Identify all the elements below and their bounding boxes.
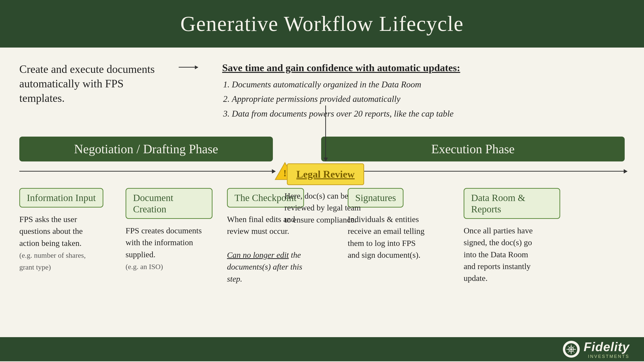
intro-right-heading: Save time and gain confidence with autom… xyxy=(222,62,625,74)
negotiation-phase-banner: Negotiation / Drafting Phase xyxy=(19,137,273,161)
fidelity-name: Fidelity xyxy=(584,340,630,354)
doc-creation-note: (e.g. an ISO) xyxy=(126,263,163,271)
timeline-left-line xyxy=(19,171,273,172)
intro-list-item-1: Documents automatically organized in the… xyxy=(232,78,625,90)
intro-right: Save time and gain confidence with autom… xyxy=(222,62,625,122)
info-input-desc-text: FPS asks the user questions about the ac… xyxy=(19,215,83,248)
fidelity-circle-icon xyxy=(563,341,580,358)
fidelity-sub: INVESTMENTS xyxy=(584,354,630,359)
page-title: Generative Workflow Lifecycle xyxy=(14,11,630,36)
dataroom-desc-text: Once all parties have signed, the doc(s)… xyxy=(464,226,533,283)
info-input-label: Information Input xyxy=(27,192,96,203)
fidelity-name-container: Fidelity INVESTMENTS xyxy=(584,340,630,359)
intro-list-item-2: Appropriate permissions provided automat… xyxy=(232,93,625,105)
doc-creation-label: Document Creation xyxy=(133,192,174,215)
checkpoint-desc2-underline: Can no longer edit xyxy=(227,251,289,259)
fidelity-logo: Fidelity INVESTMENTS xyxy=(563,340,630,359)
intro-right-list: Documents automatically organized in the… xyxy=(222,78,625,120)
arrow-right-icon xyxy=(179,67,203,67)
info-input-note: (e.g. number of shares, grant type) xyxy=(19,251,86,271)
info-input-label-box: Information Input xyxy=(19,188,103,208)
page-footer: Fidelity INVESTMENTS xyxy=(0,337,644,361)
intro-arrow xyxy=(179,62,203,67)
legal-review-label: Legal Review xyxy=(296,169,354,180)
fidelity-symbol xyxy=(564,343,578,356)
step-doc-creation: Document Creation FPS creates documents … xyxy=(126,188,217,272)
doc-creation-desc: FPS creates documents with the informati… xyxy=(126,225,203,272)
doc-creation-desc-text: FPS creates documents with the informati… xyxy=(126,226,202,259)
execution-phase-label: Execution Phase xyxy=(431,142,514,156)
step-info-input: Information Input FPS asks the user ques… xyxy=(19,188,111,273)
dataroom-label-box: Data Room & Reports xyxy=(464,188,560,219)
step-dataroom: Data Room & Reports Once all parties hav… xyxy=(464,188,560,284)
negotiation-phase-label: Negotiation / Drafting Phase xyxy=(74,142,218,156)
info-input-desc: FPS asks the user questions about the ac… xyxy=(19,213,96,273)
dataroom-desc: Once all parties have signed, the doc(s)… xyxy=(464,225,541,284)
legal-review-box: Legal Review xyxy=(287,163,364,185)
doc-creation-label-box: Document Creation xyxy=(126,188,212,219)
legal-review-desc: Here, doc(s) can be reviewed by legal te… xyxy=(284,190,366,226)
intro-left: Create and execute documents automatical… xyxy=(19,62,159,105)
page-header: Generative Workflow Lifecycle xyxy=(0,0,644,47)
legal-review-section: Legal Review Here, doc(s) can be reviewe… xyxy=(284,105,366,226)
arrow-line xyxy=(179,67,198,67)
main-content: Create and execute documents automatical… xyxy=(0,47,644,361)
execution-phase-banner: Execution Phase xyxy=(321,137,625,161)
timeline-left xyxy=(19,171,273,172)
intro-left-text: Create and execute documents automatical… xyxy=(19,62,159,105)
vertical-line-down-icon xyxy=(325,105,326,159)
dataroom-label: Data Room & Reports xyxy=(471,192,525,215)
